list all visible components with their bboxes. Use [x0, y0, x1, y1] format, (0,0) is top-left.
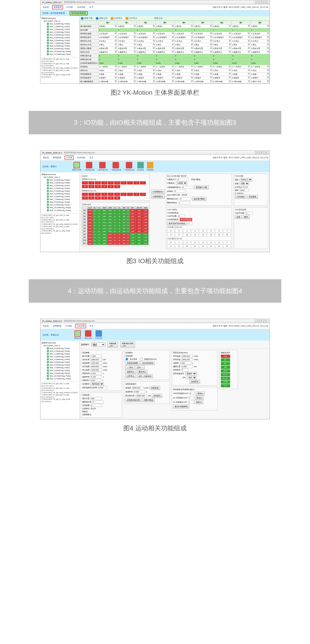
param-download-button[interactable]: 参数下载	[81, 17, 93, 20]
cmd-pos-input[interactable]	[90, 397, 102, 400]
tab-single-axis[interactable]: 单轴运动	[74, 337, 81, 340]
tree-axis[interactable]: Axis_5 [YanKong_Pulse]	[41, 361, 78, 364]
close-button[interactable]: ×	[264, 320, 268, 322]
gen-out-0[interactable]: 0	[82, 193, 88, 196]
set-param-button[interactable]: 设置运动参数	[125, 361, 140, 365]
tree-axis[interactable]: Axis_9 [YanKong_Pulse]	[41, 48, 78, 50]
can-out-10[interactable]: 10	[183, 244, 191, 248]
eln-map-input[interactable]	[188, 401, 194, 404]
min-button[interactable]: —	[255, 1, 259, 4]
home-acc-input[interactable]	[179, 362, 191, 364]
can-out-8[interactable]: 8	[167, 244, 175, 248]
subbar-highlight[interactable]: 脉冲轴参数配置	[70, 11, 88, 16]
tree-axis[interactable]: Axis_3 [YanKong_Pulse]	[41, 187, 78, 190]
set-target-button[interactable]: 设置新目标位置	[125, 398, 142, 402]
config-grid[interactable]: 轴0轴1轴2轴3轴4轴5轴6轴7轴8脉冲输出模式0:模式0▾0:模式0▾0:模式…	[79, 21, 270, 84]
tree-axis[interactable]: Axis_5 [YanKong_Pulse]	[41, 192, 78, 195]
tree-axis[interactable]: Axis_7 [YanKong_Pulse]	[41, 198, 78, 201]
gen-out-13[interactable]: 13	[101, 196, 107, 200]
min-button[interactable]: —	[255, 320, 259, 322]
level-flip-button[interactable]: 输出电平翻转	[192, 197, 206, 201]
param-upload2-button[interactable]: 参数上传	[154, 17, 162, 20]
file-export-button[interactable]: 文件导出	[111, 17, 122, 20]
tree-axis[interactable]: Axis_0 [YanKong_Pulse]	[41, 179, 78, 182]
gen-out-4[interactable]: 4	[108, 193, 114, 196]
pos-dir-button[interactable]: 正向 →	[136, 366, 145, 370]
gen-out-11[interactable]: 11	[88, 196, 94, 200]
io-all-output-button[interactable]: IO全部输出0	[151, 190, 165, 194]
start-speed-input[interactable]	[90, 362, 102, 364]
dec-stop-button[interactable]: 减速停止	[125, 370, 136, 374]
eln-invert-button[interactable]: 取反IO	[194, 400, 203, 404]
tree-axis[interactable]: Axis_11 [YanKong_Pulse]	[41, 209, 78, 212]
tab-2d-hs-icon[interactable]	[99, 162, 106, 168]
menu-about[interactable]: 关于	[88, 324, 94, 328]
org-invert-button[interactable]: 取反IO	[196, 392, 205, 395]
show-node-io-button[interactable]: 显示当前节点IO状态	[167, 222, 187, 226]
min-button[interactable]: —	[255, 151, 259, 154]
abn-dec-input[interactable]	[98, 386, 107, 389]
home-mode-input[interactable]	[181, 368, 188, 372]
can-out-7[interactable]: 7	[223, 240, 231, 244]
tree-axis[interactable]: Axis_11 [YanKong_Pulse]	[41, 53, 78, 56]
tree-axis[interactable]: Axis_1 [YanKong_Pulse]	[41, 182, 78, 184]
tree-axis[interactable]: Axis_7 [YanKong_Pulse]	[41, 366, 78, 369]
can-out-2[interactable]: 2	[183, 240, 191, 244]
pulse-eq-input[interactable]	[90, 355, 102, 358]
menu-param[interactable]: 参数配置	[52, 156, 62, 160]
gen-out-14[interactable]: 14	[108, 196, 114, 200]
show-io-ui-button[interactable]: 显示IO功能界面	[173, 404, 189, 408]
menu-about[interactable]: 关于	[88, 6, 94, 9]
gen-out-10[interactable]: 10	[82, 196, 88, 200]
tab-2d-hs[interactable]: 二维高速比较	[97, 168, 108, 171]
config-count-button[interactable]: 配置输入计数	[194, 186, 209, 189]
tab-handwheel-icon[interactable]	[96, 330, 102, 337]
tree-axis[interactable]: Axis_4 [YanKong_Pulse]	[41, 190, 78, 192]
tree-axis[interactable]: Axis_1 [YanKong_Pulse]	[41, 25, 78, 28]
can-disconnect-button[interactable]: 断开	[243, 215, 250, 219]
tree-axis[interactable]: Axis_2 [YanKong_Pulse]	[41, 28, 78, 31]
point-motion-radio[interactable]	[125, 358, 128, 361]
tree-axis[interactable]: Axis_10 [YanKong_Pulse]	[41, 50, 78, 53]
neg-dir-button[interactable]: ← 负向	[125, 366, 135, 370]
can-node-count[interactable]	[178, 214, 185, 218]
tree-axis[interactable]: Axis_8 [YanKong_Pulse]	[41, 369, 78, 372]
gen-out-2[interactable]: 2	[95, 193, 101, 196]
tab-single-axis-icon[interactable]	[74, 330, 81, 337]
gen-out-5[interactable]: 5	[114, 193, 120, 196]
run-speed-input[interactable]	[90, 365, 102, 368]
new-target-input[interactable]	[136, 394, 147, 397]
online-vs-button[interactable]: 在线变速	[150, 386, 160, 390]
tree-axis[interactable]: Axis_8 [YanKong_Pulse]	[41, 44, 78, 48]
tab-2d-ls[interactable]: 二维低速比较	[124, 168, 135, 171]
menu-motion[interactable]: 运动功能	[75, 324, 86, 328]
can-out-0[interactable]: 0	[167, 240, 175, 244]
tree-axis[interactable]: Axis_11 [YanKong_Pulse]	[41, 378, 78, 380]
can-out-9[interactable]: 9	[175, 244, 183, 248]
filter-time-input[interactable]	[182, 186, 194, 189]
can-out-15[interactable]: 15	[223, 244, 231, 248]
can-out-5[interactable]: 5	[207, 240, 215, 244]
tree-axis[interactable]: Axis_8 [YanKong_Pulse]	[41, 201, 78, 204]
tree-axis[interactable]: Axis_3 [YanKong_Pulse]	[41, 355, 78, 358]
can-out-12[interactable]: 12	[199, 244, 207, 248]
home-low-input[interactable]	[181, 355, 193, 358]
gen-out-15[interactable]: 15	[114, 196, 120, 200]
clear-count-button[interactable]: 清除计数值	[142, 398, 155, 402]
close-button[interactable]: ×	[264, 1, 268, 4]
can-out-13[interactable]: 13	[207, 244, 215, 248]
tree-axis[interactable]: Axis_2 [YanKong_Pulse]	[41, 352, 78, 355]
elp-map-input[interactable]	[188, 396, 194, 399]
menu-about[interactable]: 关于	[88, 156, 94, 160]
tree-axis[interactable]: Axis_5 [YanKong_Pulse]	[41, 36, 78, 39]
param-upload-button[interactable]: 参数上传	[96, 17, 108, 20]
reciprocate-button[interactable]: 点位→往返运动	[137, 374, 153, 378]
pwm-channel-select[interactable]: PWM_0	[240, 178, 252, 182]
org-map-input[interactable]	[189, 392, 195, 395]
flip-time-input[interactable]	[178, 201, 190, 204]
menu-motion[interactable]: 运动功能	[76, 6, 86, 9]
stop-speed-input[interactable]	[90, 368, 102, 372]
menu-io[interactable]: IO功能	[65, 156, 74, 160]
max-button[interactable]: □	[260, 320, 264, 322]
cur-speed-input[interactable]	[90, 404, 102, 407]
